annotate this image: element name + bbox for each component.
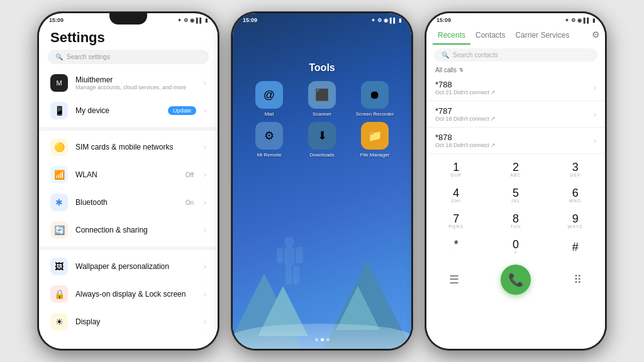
connection-label: Connection & sharing	[75, 226, 196, 234]
settings-item-aod[interactable]: 🔒 Always-on display & Lock screen ›	[39, 280, 218, 308]
dial-key-0[interactable]: 0+	[486, 234, 546, 260]
tab-contacts[interactable]: Contacts	[470, 27, 510, 45]
bluetooth-value: On	[186, 199, 194, 206]
phone-1: 15:09 ✦⚙◉▌▌▮ Settings 🔍 Search settings …	[37, 11, 219, 351]
connection-icon: 🔄	[50, 221, 68, 239]
settings-item-miuithemer[interactable]: M Miuithemer Manage accounts, cloud serv…	[39, 69, 218, 97]
chevron-icon: ›	[204, 317, 206, 326]
mountain-4	[336, 286, 380, 330]
wlan-label: WLAN	[75, 170, 178, 179]
dial-key-7[interactable]: 7PQRS	[426, 208, 486, 234]
dialpad-grid-icon[interactable]: ⠿	[562, 265, 592, 295]
settings-search[interactable]: 🔍 Search settings	[48, 50, 209, 64]
app-mail[interactable]: @ Mail	[245, 81, 293, 117]
display-label: Display	[75, 317, 196, 326]
settings-item-display[interactable]: ☀ Display ›	[39, 308, 218, 336]
search-placeholder: Search contacts	[453, 52, 498, 58]
notch	[109, 13, 147, 25]
outgoing-icon: ↗	[491, 89, 496, 96]
app-downloads[interactable]: ⬇ Downloads	[298, 122, 346, 158]
settings-item-sim[interactable]: 🟡 SIM cards & mobile networks ›	[39, 133, 218, 161]
svg-rect-3	[296, 247, 303, 263]
chevron-icon: ›	[204, 106, 206, 115]
search-icon: 🔍	[441, 52, 449, 58]
dot-1	[315, 338, 318, 341]
mydevice-label: My device	[75, 106, 160, 115]
settings-item-connection[interactable]: 🔄 Connection & sharing ›	[39, 216, 218, 244]
call-button[interactable]: 📞	[501, 265, 531, 295]
chevron-icon: ›	[594, 136, 596, 145]
svg-rect-1	[284, 247, 294, 266]
settings-item-mydevice[interactable]: 📱 My device Update ›	[39, 97, 218, 124]
app-remote[interactable]: ⚙ Mi Remote	[245, 122, 293, 158]
settings-item-wlan[interactable]: 📶 WLAN Off ›	[39, 161, 218, 189]
chevron-icon: ›	[204, 198, 206, 207]
time-3: 15:09	[436, 17, 451, 23]
settings-icon[interactable]: ⚙	[587, 27, 605, 42]
dial-key-star[interactable]: *·	[426, 234, 486, 260]
divider	[39, 246, 218, 250]
settings-screen: Settings 🔍 Search settings M Miuithemer …	[39, 25, 218, 349]
snow-base	[233, 324, 411, 349]
mydevice-icon: 📱	[50, 102, 68, 119]
dial-key-6[interactable]: 6MNO	[545, 182, 605, 208]
settings-item-wallpaper[interactable]: 🖼 Wallpaper & personalization ›	[39, 253, 218, 280]
wlan-value: Off	[186, 172, 194, 178]
calls-label: All calls ⇅	[426, 65, 605, 75]
sort-icon: ⇅	[459, 67, 464, 73]
outgoing-icon: ↗	[491, 142, 496, 148]
tabs-bar: Recents Contacts Carrier Services ⚙	[426, 25, 605, 45]
app-filemanager[interactable]: 📁 File Manager	[351, 122, 399, 158]
dial-key-5[interactable]: 5JKL	[486, 182, 546, 208]
chevron-icon: ›	[204, 143, 206, 151]
wlan-icon: 📶	[50, 166, 68, 184]
status-bar-3: 15:09 ✦⚙◉▌▌▮	[426, 13, 605, 25]
dial-key-2[interactable]: 2ABC	[486, 156, 546, 182]
call-number-1: *788	[435, 80, 594, 89]
chevron-icon: ›	[204, 262, 206, 271]
app-recorder[interactable]: ⏺ Screen Recorder	[351, 81, 399, 117]
app-grid: @ Mail ⬛ Scanner ⏺ Screen Recorder ⚙ Mi …	[233, 81, 411, 158]
settings-title: Settings	[39, 25, 218, 50]
status-icons-3: ✦⚙◉▌▌▮	[565, 18, 595, 23]
call-item-1[interactable]: *788 Oct 21 Didn't connect ↗ ›	[426, 75, 605, 101]
dot-3	[326, 338, 330, 341]
menu-button[interactable]: ☰	[439, 265, 469, 295]
bluetooth-icon: ✱	[50, 194, 68, 211]
miuithemer-sublabel: Manage accounts, cloud services, and mor…	[75, 84, 196, 90]
dial-bottom-bar: ☰ 📞 ⠿	[426, 260, 605, 300]
sim-icon: 🟡	[50, 138, 68, 156]
svg-point-0	[284, 237, 294, 247]
phone-3: 15:09 ✦⚙◉▌▌▮ Recents Contacts Carrier Se…	[425, 11, 607, 351]
divider	[39, 127, 218, 131]
dial-key-hash[interactable]: #	[545, 234, 605, 260]
tab-recents[interactable]: Recents	[433, 27, 470, 45]
status-bar-2: 15:09 ✦⚙◉▌▌▮	[233, 13, 411, 25]
outgoing-icon: ↗	[491, 116, 496, 122]
dialer-search[interactable]: 🔍 Search contacts	[434, 48, 597, 62]
bluetooth-label: Bluetooth	[75, 198, 178, 207]
mail-icon: @	[255, 81, 283, 109]
scanner-icon: ⬛	[308, 81, 336, 109]
mail-label: Mail	[265, 111, 274, 117]
settings-item-bluetooth[interactable]: ✱ Bluetooth On ›	[39, 189, 218, 216]
downloads-label: Downloads	[309, 152, 335, 158]
chevron-icon: ›	[204, 290, 206, 299]
svg-rect-2	[277, 248, 283, 263]
call-item-2[interactable]: *787 Oct 18 Didn't connect ↗ ›	[426, 101, 605, 128]
search-placeholder: Search settings	[67, 53, 110, 60]
dial-key-9[interactable]: 9WXYZ	[545, 208, 605, 234]
search-icon: 🔍	[55, 53, 63, 60]
wallpaper-icon: 🖼	[50, 258, 68, 275]
dial-key-3[interactable]: 3DEF	[545, 156, 605, 182]
dot-2	[321, 338, 324, 341]
tab-carrier[interactable]: Carrier Services	[510, 27, 574, 45]
dial-key-8[interactable]: 8TUV	[486, 208, 546, 234]
call-item-3[interactable]: *878 Oct 18 Didn't connect ↗ ›	[426, 128, 605, 154]
update-badge: Update	[168, 106, 196, 115]
dial-key-4[interactable]: 4GHI	[426, 182, 486, 208]
call-detail-1: Oct 21 Didn't connect ↗	[435, 89, 594, 96]
dial-key-1[interactable]: 1GUP	[426, 156, 486, 182]
app-scanner[interactable]: ⬛ Scanner	[298, 81, 346, 117]
dialer-screen: 15:09 ✦⚙◉▌▌▮ Recents Contacts Carrier Se…	[426, 13, 605, 349]
